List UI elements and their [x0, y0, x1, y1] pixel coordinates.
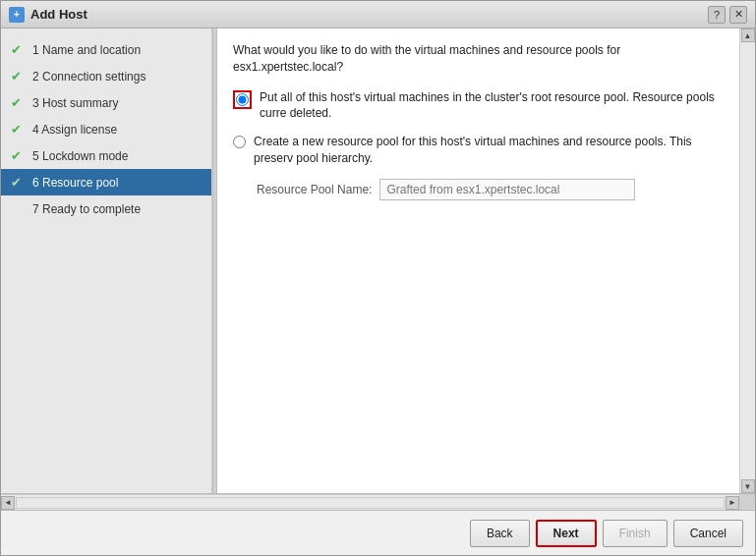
- check-icon-1: ✔: [11, 42, 27, 57]
- window-title: Add Host: [30, 7, 87, 22]
- check-icon-4: ✔: [11, 122, 27, 137]
- vertical-scrollbar: ▲ ▼: [739, 28, 755, 493]
- radio-input-2[interactable]: [233, 136, 246, 148]
- bottom-area: ◄ ►: [1, 493, 755, 510]
- scroll-track-vertical: [741, 42, 755, 479]
- close-button[interactable]: ✕: [729, 6, 747, 24]
- radio-option-1-text: Put all of this host's virtual machines …: [260, 89, 724, 123]
- sidebar-item-host-summary[interactable]: ✔ 3 Host summary: [1, 89, 211, 116]
- scroll-right-arrow[interactable]: ►: [726, 496, 739, 510]
- title-bar-right: ? ✕: [708, 6, 747, 24]
- next-button[interactable]: Next: [536, 520, 597, 547]
- content-area: What would you like to do with the virtu…: [217, 28, 739, 493]
- title-bar-left: + Add Host: [9, 7, 87, 23]
- check-icon-7: ✔: [11, 201, 27, 216]
- main-content: ✔ 1 Name and location ✔ 2 Connection set…: [1, 28, 755, 493]
- add-host-window: + Add Host ? ✕ ✔ 1 Name and location ✔ 2…: [0, 0, 756, 556]
- radio-selected-box: [233, 90, 252, 109]
- scroll-up-arrow[interactable]: ▲: [741, 28, 755, 42]
- content-wrapper: What would you like to do with the virtu…: [217, 28, 755, 493]
- cancel-button[interactable]: Cancel: [673, 520, 743, 547]
- sidebar: ✔ 1 Name and location ✔ 2 Connection set…: [1, 28, 212, 493]
- finish-button[interactable]: Finish: [603, 520, 668, 547]
- resource-pool-name-row: Resource Pool Name:: [257, 179, 724, 200]
- footer: Back Next Finish Cancel: [1, 510, 755, 555]
- help-button[interactable]: ?: [708, 6, 726, 24]
- horizontal-scrollbar: ◄ ►: [1, 494, 755, 510]
- resource-pool-name-label: Resource Pool Name:: [257, 183, 372, 196]
- content-body: What would you like to do with the virtu…: [217, 28, 739, 493]
- sidebar-item-assign-license[interactable]: ✔ 4 Assign license: [1, 116, 211, 142]
- window-icon: +: [9, 7, 25, 23]
- radio-option-2: Create a new resource pool for this host…: [233, 134, 724, 167]
- radio-option-1: Put all of this host's virtual machines …: [233, 89, 724, 123]
- title-bar: + Add Host ? ✕: [1, 1, 755, 28]
- sidebar-item-connection-settings[interactable]: ✔ 2 Connection settings: [1, 63, 211, 89]
- footer-buttons: Back Next Finish Cancel: [470, 520, 743, 547]
- sidebar-item-name-location[interactable]: ✔ 1 Name and location: [1, 36, 211, 63]
- question-text: What would you like to do with the virtu…: [233, 42, 724, 76]
- check-icon-6: ✔: [11, 175, 27, 190]
- radio-input-1[interactable]: [236, 93, 249, 106]
- back-button[interactable]: Back: [470, 520, 530, 547]
- scroll-corner: [739, 495, 755, 511]
- scroll-down-arrow[interactable]: ▼: [741, 479, 755, 493]
- check-icon-2: ✔: [11, 69, 27, 83]
- sidebar-item-resource-pool[interactable]: ✔ 6 Resource pool: [1, 169, 211, 195]
- resource-pool-name-input[interactable]: [379, 179, 635, 200]
- scroll-left-arrow[interactable]: ◄: [1, 496, 15, 510]
- check-icon-5: ✔: [11, 148, 27, 163]
- check-icon-3: ✔: [11, 95, 27, 110]
- radio-option-2-text: Create a new resource pool for this host…: [254, 134, 724, 167]
- sidebar-item-lockdown-mode[interactable]: ✔ 5 Lockdown mode: [1, 142, 211, 169]
- sidebar-item-ready-complete[interactable]: ✔ 7 Ready to complete: [1, 195, 211, 222]
- scroll-track-horizontal: [16, 497, 725, 509]
